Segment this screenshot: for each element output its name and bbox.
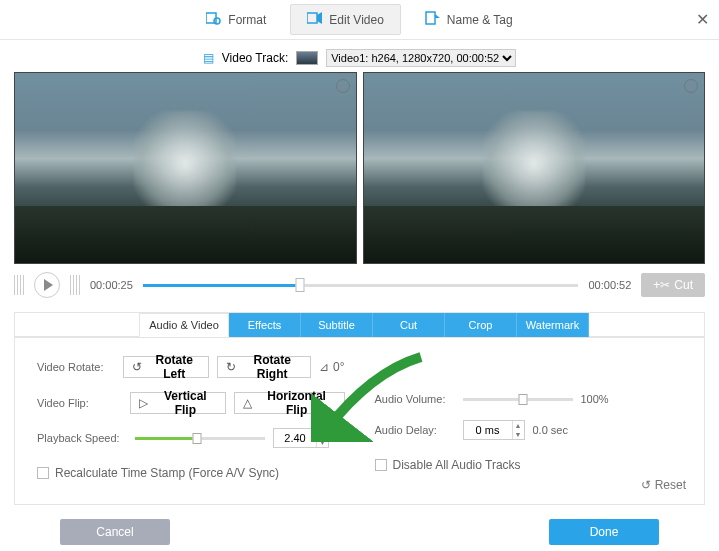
reset-label: Reset: [655, 478, 686, 492]
chevron-up-icon[interactable]: ▲: [512, 421, 524, 430]
cut-button-label: Cut: [674, 278, 693, 292]
reset-icon: ↺: [641, 478, 651, 492]
grip-icon[interactable]: [70, 275, 80, 295]
video-track-bar: ▤ Video Track: Video1: h264, 1280x720, 0…: [0, 46, 719, 70]
vflip-label: Vertical Flip: [154, 389, 217, 417]
cancel-button[interactable]: Cancel: [60, 519, 170, 545]
footer-bar: Cancel Done: [0, 505, 719, 545]
angle-readout: ⊿ 0°: [319, 360, 344, 374]
rotate-left-label: Rotate Left: [148, 353, 200, 381]
volume-slider[interactable]: [463, 392, 573, 406]
vertical-flip-button[interactable]: ▷ Vertical Flip: [130, 392, 226, 414]
track-thumbnail: [296, 51, 318, 65]
time-current: 00:00:25: [90, 279, 133, 291]
edit-video-icon: [307, 11, 323, 28]
speed-input[interactable]: [274, 432, 316, 444]
angle-icon: ⊿: [319, 360, 329, 374]
hflip-icon: △: [243, 396, 252, 410]
rotate-right-icon: ↻: [226, 360, 236, 374]
delay-label: Audio Delay:: [375, 424, 455, 436]
volume-label: Audio Volume:: [375, 393, 455, 405]
rotate-right-label: Rotate Right: [242, 353, 302, 381]
timeline-row: 00:00:25 00:00:52 +✂ Cut: [0, 264, 719, 306]
svg-rect-2: [307, 13, 317, 23]
tab-name-tag[interactable]: Name & Tag: [409, 5, 529, 34]
name-tag-icon: [425, 11, 441, 28]
horizontal-flip-button[interactable]: △ Horizontal Flip: [234, 392, 345, 414]
svg-point-1: [214, 18, 220, 24]
tab-format-label: Format: [228, 13, 266, 27]
original-viewport: i: [14, 72, 357, 264]
video-track-select[interactable]: Video1: h264, 1280x720, 00:00:52: [326, 49, 516, 67]
chevron-down-icon[interactable]: ▼: [316, 438, 328, 447]
rotate-right-button[interactable]: ↻ Rotate Right: [217, 356, 311, 378]
delay-sec-value: 0.0 sec: [533, 424, 568, 436]
settings-panel: Audio & Video Effects Subtitle Cut Crop …: [14, 312, 705, 505]
disable-audio-checkbox[interactable]: Disable All Audio Tracks: [375, 458, 521, 472]
subtab-audio-video[interactable]: Audio & Video: [139, 313, 229, 337]
speed-suffix: x: [337, 432, 343, 444]
delay-ms-spinner[interactable]: ▲▼: [463, 420, 525, 440]
checkbox-box: [375, 459, 387, 471]
subtab-cut[interactable]: Cut: [373, 313, 445, 337]
subtab-subtitle[interactable]: Subtitle: [301, 313, 373, 337]
top-tab-bar: Format Edit Video Name & Tag ✕: [0, 0, 719, 40]
disable-audio-label: Disable All Audio Tracks: [393, 458, 521, 472]
rotate-label: Video Rotate:: [37, 361, 115, 373]
speed-spinner[interactable]: ▲▼: [273, 428, 329, 448]
rotate-left-icon: ↺: [132, 360, 142, 374]
timeline-slider[interactable]: [143, 280, 579, 290]
preview-viewport: i: [363, 72, 706, 264]
time-total: 00:00:52: [588, 279, 631, 291]
tab-name-tag-label: Name & Tag: [447, 13, 513, 27]
preview-area: ▷ Original Preview ⌕ i i: [0, 72, 719, 264]
viewport-mark-icon: i: [336, 79, 350, 93]
format-icon: [206, 11, 222, 28]
chevron-up-icon[interactable]: ▲: [316, 429, 328, 438]
viewport-mark-icon: i: [684, 79, 698, 93]
grip-icon[interactable]: [14, 275, 24, 295]
svg-rect-3: [426, 12, 435, 24]
scissors-icon: +✂: [653, 278, 670, 292]
cut-button[interactable]: +✂ Cut: [641, 273, 705, 297]
play-button[interactable]: [34, 272, 60, 298]
subtab-crop[interactable]: Crop: [445, 313, 517, 337]
close-icon[interactable]: ✕: [696, 10, 709, 29]
recalc-checkbox[interactable]: Recalculate Time Stamp (Force A/V Sync): [37, 466, 279, 480]
chevron-down-icon[interactable]: ▼: [512, 430, 524, 439]
delay-ms-input[interactable]: [464, 424, 512, 436]
speed-slider[interactable]: [135, 431, 265, 445]
tab-edit-video-label: Edit Video: [329, 13, 384, 27]
speed-label: Playback Speed:: [37, 432, 127, 444]
rotate-left-button[interactable]: ↺ Rotate Left: [123, 356, 209, 378]
checkbox-box: [37, 467, 49, 479]
angle-value: 0°: [333, 360, 344, 374]
volume-value: 100%: [581, 393, 609, 405]
vflip-icon: ▷: [139, 396, 148, 410]
hflip-label: Horizontal Flip: [258, 389, 336, 417]
tab-format[interactable]: Format: [190, 5, 282, 34]
reset-button[interactable]: ↺ Reset: [641, 478, 686, 492]
settings-content: Video Rotate: ↺ Rotate Left ↻ Rotate Rig…: [15, 338, 704, 504]
subtab-watermark[interactable]: Watermark: [517, 313, 589, 337]
tab-edit-video[interactable]: Edit Video: [290, 4, 401, 35]
subtab-effects[interactable]: Effects: [229, 313, 301, 337]
flip-label: Video Flip:: [37, 397, 122, 409]
sub-tab-bar: Audio & Video Effects Subtitle Cut Crop …: [14, 312, 705, 338]
video-track-label: Video Track:: [222, 51, 288, 65]
recalc-label: Recalculate Time Stamp (Force A/V Sync): [55, 466, 279, 480]
track-icon: ▤: [203, 51, 214, 65]
done-button[interactable]: Done: [549, 519, 659, 545]
